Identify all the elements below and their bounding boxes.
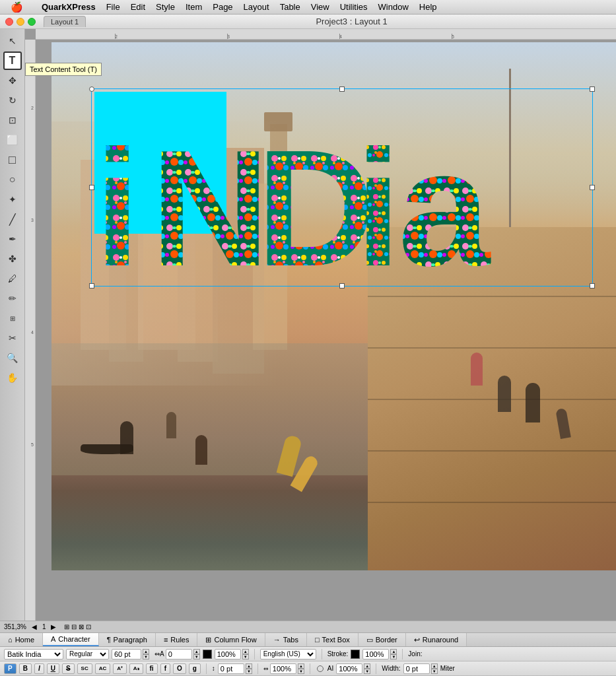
zoom-tool[interactable]: 🔍 xyxy=(3,349,22,367)
opacity-field[interactable]: ▲ ▼ xyxy=(215,649,249,659)
menu-style[interactable]: Style xyxy=(151,1,180,13)
tab-border[interactable]: ▭ Border xyxy=(359,633,406,646)
opacity-up[interactable]: ▲ xyxy=(242,649,249,654)
menu-layout[interactable]: Layout xyxy=(238,1,275,13)
opacity-input[interactable] xyxy=(215,649,241,659)
smallcaps-btn[interactable]: SC xyxy=(77,663,92,674)
eyedropper-tool[interactable]: 🖊 xyxy=(3,269,22,288)
underline-btn[interactable]: U xyxy=(47,663,59,674)
opacity-stepper[interactable]: ▲ ▼ xyxy=(242,649,249,659)
ai-down[interactable]: ▼ xyxy=(364,669,370,674)
minimize-button[interactable] xyxy=(17,18,24,26)
stroke-down[interactable]: ▼ xyxy=(390,654,397,659)
hscale-stepper[interactable]: ▲ ▼ xyxy=(298,663,304,674)
oval-tool[interactable]: ○ xyxy=(3,170,22,189)
font-style-field[interactable]: Regular xyxy=(66,649,109,659)
font-size-stepper[interactable]: ▲ ▼ xyxy=(143,649,149,659)
language-field[interactable]: English (US) xyxy=(260,649,316,659)
tab-column-flow[interactable]: ⊞ Column Flow xyxy=(197,633,265,646)
maximize-button[interactable] xyxy=(28,18,36,26)
menu-view[interactable]: View xyxy=(306,1,335,13)
f-ligature-btn[interactable]: f xyxy=(160,663,170,674)
menu-utilities[interactable]: Utilities xyxy=(335,1,373,13)
menu-edit[interactable]: Edit xyxy=(125,1,151,13)
image-box-tool[interactable]: ⬜ xyxy=(3,131,22,149)
font-name-select[interactable]: Batik India xyxy=(4,649,63,659)
menu-table[interactable]: Table xyxy=(275,1,306,13)
tab-home[interactable]: ⌂ Home xyxy=(0,633,43,646)
menu-window[interactable]: Window xyxy=(373,1,414,13)
baseline-field[interactable]: ▲ ▼ xyxy=(218,663,252,674)
tab-text-box[interactable]: □ Text Box xyxy=(307,633,359,646)
baseline-up[interactable]: ▲ xyxy=(246,663,252,669)
tab-rules[interactable]: ≡ Rules xyxy=(156,633,198,646)
ai-stepper[interactable]: ▲ ▼ xyxy=(364,663,370,674)
font-size-input[interactable] xyxy=(112,649,141,659)
width-input[interactable] xyxy=(403,663,430,674)
tracking-up[interactable]: ▲ xyxy=(193,649,200,654)
font-size-field[interactable]: ▲ ▼ xyxy=(112,649,149,659)
superscript-btn[interactable]: A² xyxy=(113,663,126,674)
text-content-tool[interactable]: T xyxy=(3,51,22,70)
tab-character[interactable]: A Character xyxy=(43,633,99,646)
subscript-btn[interactable]: A₂ xyxy=(129,663,143,674)
width-up[interactable]: ▲ xyxy=(431,663,438,669)
pointer-tool[interactable]: ↖ xyxy=(3,32,22,50)
width-field[interactable]: ▲ ▼ xyxy=(403,663,438,674)
rect-tool[interactable]: □ xyxy=(3,151,22,169)
ai-input[interactable] xyxy=(336,663,362,674)
tracking-stepper[interactable]: ▲ ▼ xyxy=(193,649,200,659)
paragraph-style-btn[interactable]: P xyxy=(4,663,17,674)
tab-paragraph[interactable]: ¶ Paragraph xyxy=(99,633,156,646)
baseline-stepper[interactable]: ▲ ▼ xyxy=(246,663,252,674)
page-nav-next[interactable]: ▶ xyxy=(51,623,56,630)
stroke-pct-input[interactable] xyxy=(362,649,389,659)
allcaps-btn[interactable]: AC xyxy=(95,663,111,674)
glyph-btn[interactable]: g xyxy=(189,663,201,674)
discretionary-btn[interactable]: O xyxy=(173,663,186,674)
grid-tool[interactable]: ⊞ xyxy=(3,309,22,327)
stroke-stepper[interactable]: ▲ ▼ xyxy=(390,649,397,659)
stroke-up[interactable]: ▲ xyxy=(390,649,397,654)
menu-help[interactable]: Help xyxy=(414,1,442,13)
window-controls[interactable] xyxy=(5,18,36,26)
menu-file[interactable]: File xyxy=(101,1,125,13)
stroke-color-swatch[interactable] xyxy=(351,650,360,659)
italic-btn[interactable]: I xyxy=(34,663,44,674)
hscale-input[interactable] xyxy=(270,663,296,674)
opacity-down[interactable]: ▼ xyxy=(242,654,249,659)
font-name-field[interactable]: Batik India xyxy=(4,649,63,659)
color-swatch[interactable] xyxy=(203,650,212,659)
ai-up[interactable]: ▲ xyxy=(364,663,370,669)
strikethrough-btn[interactable]: S xyxy=(62,663,75,674)
menu-quarkxpress[interactable]: QuarkXPress xyxy=(36,1,101,13)
scissors-tool[interactable]: ✂ xyxy=(3,329,22,347)
tracking-down[interactable]: ▼ xyxy=(193,654,200,659)
tracking-input[interactable] xyxy=(166,649,192,659)
pan-tool[interactable]: ✋ xyxy=(3,368,22,387)
rotate-tool[interactable]: ↻ xyxy=(3,91,22,110)
item-tool[interactable]: ✥ xyxy=(3,71,22,90)
page-canvas[interactable]: i N D i a xyxy=(51,42,616,570)
layout-tab[interactable]: Layout 1 xyxy=(44,16,86,27)
apple-menu[interactable]: 🍎 xyxy=(5,0,28,15)
font-size-up[interactable]: ▲ xyxy=(143,649,149,654)
stroke-pct-field[interactable]: ▲ ▼ xyxy=(362,649,397,659)
ai-field[interactable]: ▲ ▼ xyxy=(336,663,370,674)
baseline-down[interactable]: ▼ xyxy=(246,669,252,674)
hscale-field[interactable]: ⇔ ▲ ▼ xyxy=(263,663,304,674)
pencil-tool[interactable]: ✏ xyxy=(3,289,22,308)
font-size-down[interactable]: ▼ xyxy=(143,654,149,659)
crop-tool[interactable]: ⊡ xyxy=(3,111,22,129)
tab-tabs[interactable]: → Tabs xyxy=(265,633,307,646)
tab-runaround[interactable]: ↩ Runaround xyxy=(406,633,467,646)
hscale-down[interactable]: ▼ xyxy=(298,669,304,674)
move-tool[interactable]: ✤ xyxy=(3,250,22,268)
menu-item[interactable]: Item xyxy=(180,1,207,13)
width-stepper[interactable]: ▲ ▼ xyxy=(431,663,438,674)
fi-ligature-btn[interactable]: fi xyxy=(146,663,158,674)
baseline-input[interactable] xyxy=(218,663,244,674)
close-button[interactable] xyxy=(5,18,13,26)
bold-btn[interactable]: B xyxy=(19,663,32,674)
width-down[interactable]: ▼ xyxy=(431,669,438,674)
